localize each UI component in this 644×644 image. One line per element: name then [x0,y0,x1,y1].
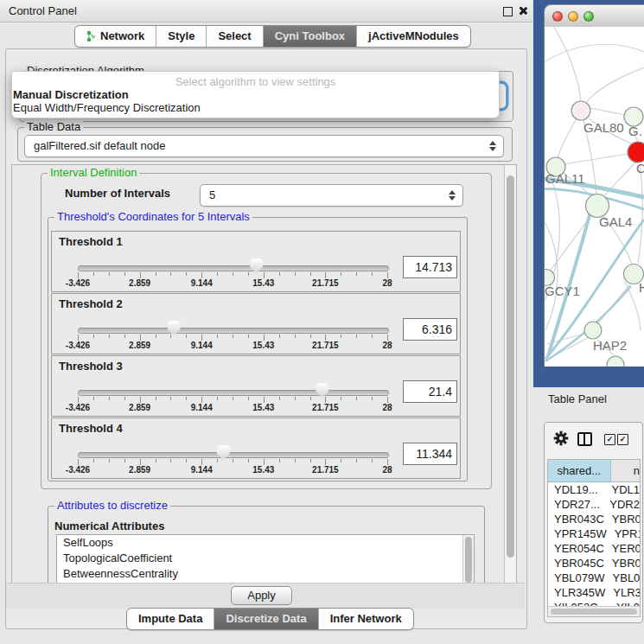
panel-title: Control Panel [9,0,77,22]
network-edge[interactable] [586,67,644,103]
node-label: GAL80 [583,120,624,135]
table-row[interactable]: YDL19...YDL1 [548,482,640,497]
close-traffic-light-icon[interactable] [552,11,563,22]
table-row[interactable]: YLR345WYLR3 [548,585,640,600]
cell-name[interactable]: YDL1 [603,482,640,497]
column-header-shared-name[interactable]: shared... [548,460,611,481]
cell-shared-name[interactable]: YER054C [548,541,604,556]
combo-stepper-icon[interactable] [449,190,456,201]
tab-impute-data[interactable]: Impute Data [127,609,214,629]
network-node-C[interactable] [628,142,644,163]
slider-tick-label: 9.144 [181,465,222,475]
cell-shared-name[interactable]: YDL19... [548,482,603,497]
network-node[interactable] [607,356,624,367]
table-row[interactable]: YDR27...YDR2 [548,497,640,512]
scrollbar-thumb[interactable] [465,537,472,583]
threshold-value-field[interactable]: 11.344 [403,443,457,465]
number-of-intervals-combobox[interactable]: 5 [200,184,463,207]
network-window-titlebar[interactable] [545,5,644,28]
cell-shared-name[interactable]: YLR345W [548,585,605,600]
combo-stepper-icon[interactable] [489,141,496,151]
threshold-value-field[interactable]: 14.713 [403,256,457,278]
threshold-slider-track[interactable] [78,265,389,271]
table-row[interactable]: YBR045CYBR0 [548,556,640,571]
threshold-value-field[interactable]: 6.316 [403,318,457,341]
attribute-list-item[interactable]: BetweennessCentrality [57,566,474,582]
numerical-attributes-label: Numerical Attributes [54,520,164,532]
network-edge[interactable] [564,154,628,164]
scrollbar-thumb[interactable] [551,609,637,615]
checkbox-select-all-icon[interactable]: ✓ [617,434,628,445]
apply-button[interactable]: Apply [231,586,292,605]
cell-name[interactable]: YER0 [604,541,640,556]
cell-name[interactable]: YLR3 [605,585,640,600]
slider-tick-label: 9.144 [181,278,222,288]
close-icon[interactable] [518,6,527,16]
table-row[interactable]: YER054CYER0 [548,541,640,556]
network-node-HAP2[interactable] [584,322,602,339]
cell-shared-name[interactable]: YBR043C [548,512,604,526]
cell-name[interactable]: YBR0 [604,512,640,526]
algorithm-dropdown-popup: Select algorithm to view settings Manual… [11,71,500,118]
threshold-label: Threshold 4 [59,422,123,435]
table-row[interactable]: YPR145WYPR1 [548,526,640,541]
tab-cyni-toolbox[interactable]: Cyni Toolbox [263,26,356,47]
checkbox-select-icon[interactable]: ✓ [604,434,615,445]
attribute-list-item[interactable]: SelfLoops [57,535,474,551]
network-edge[interactable] [558,118,577,158]
network-node-GAL80[interactable] [571,101,590,120]
column-header-name[interactable]: n [611,460,640,481]
zoom-traffic-light-icon[interactable] [583,11,594,22]
cell-shared-name[interactable]: YPR145W [548,526,607,541]
network-edge[interactable] [553,27,581,101]
numerical-attributes-list[interactable]: SelfLoopsTopologicalCoefficientBetweenne… [56,534,475,584]
tab-discretize-data[interactable]: Discretize Data [214,609,317,629]
threshold-slider-track[interactable] [78,452,389,458]
table-data-combobox[interactable]: galFiltered.sif default node [24,135,504,157]
dropdown-option[interactable]: Manual Discretization [12,88,499,101]
minimize-traffic-light-icon[interactable] [568,11,578,22]
scrollbar-thumb[interactable] [507,175,514,558]
dropdown-option[interactable]: Equal Width/Frequency Discretization [12,101,499,114]
threshold-value-field[interactable]: 21.4 [403,380,457,403]
cell-name[interactable]: YBL0 [605,571,640,585]
network-graph[interactable]: GAL80G.CGAL11GAL4GCY1HHAP2 [545,27,644,367]
horizontal-scrollbar[interactable] [548,606,640,616]
slider-tick-label: 28 [367,341,408,350]
cell-shared-name[interactable]: YBR045C [548,556,604,571]
table-row[interactable]: YBR043CYBR0 [548,512,640,526]
slider-tick-label: 21.715 [304,341,346,350]
network-canvas[interactable]: GAL80G.CGAL11GAL4GCY1HHAP2 [545,27,644,367]
list-scrollbar[interactable] [462,535,474,584]
cell-name[interactable]: YDR2 [602,497,640,512]
node-label: C [636,161,644,175]
tab-select[interactable]: Select [206,26,262,47]
attribute-list-item[interactable]: TopologicalCoefficient [57,551,474,566]
control-panel-titlebar: Control Panel [0,0,532,22]
tab-label: Select [218,27,251,46]
threshold-slider-track[interactable] [78,390,389,396]
float-window-icon[interactable] [503,7,513,16]
node-label: GAL4 [599,214,632,229]
network-edge[interactable] [545,44,644,62]
dropdown-placeholder: Select algorithm to view settings [12,76,499,88]
cell-name[interactable]: YBR0 [604,556,640,571]
cell-name[interactable]: YPR1 [607,526,640,541]
slider-tick-label: 15.43 [243,341,284,350]
tab-jactivemnodules[interactable]: jActiveMNodules [356,26,470,47]
number-of-intervals-value: 5 [209,185,215,206]
gear-icon[interactable] [553,430,569,446]
tab-style[interactable]: Style [156,26,206,47]
cell-shared-name[interactable]: YBL079W [548,571,605,585]
threshold-slider-track[interactable] [78,328,389,334]
tab-infer-network[interactable]: Infer Network [318,609,413,629]
slider-tick-label: -3.426 [57,465,99,475]
network-edge[interactable] [590,108,625,115]
split-columns-icon[interactable] [577,432,592,446]
table-row[interactable]: YBL079WYBL0 [548,571,640,585]
slider-tick-label: 2.859 [119,341,161,350]
tab-network[interactable]: Network [75,26,156,47]
cell-shared-name[interactable]: YDR27... [548,497,602,512]
pane-scrollbar[interactable] [504,165,516,583]
network-edge[interactable] [638,164,642,264]
